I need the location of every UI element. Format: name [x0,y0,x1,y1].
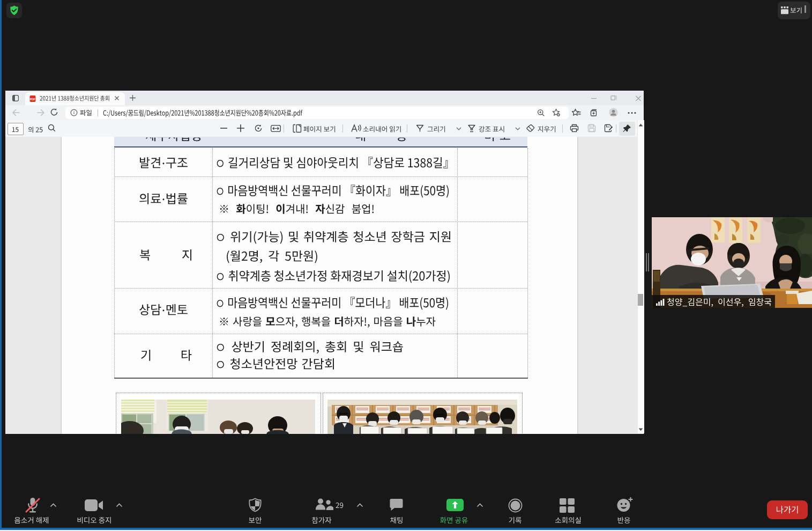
svg-text:PDF: PDF [30,98,35,101]
